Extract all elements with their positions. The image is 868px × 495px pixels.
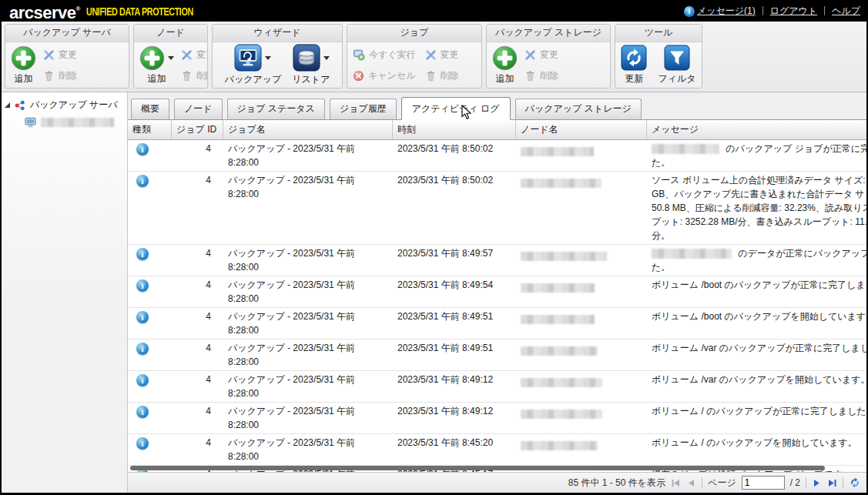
app-window: arcserve® UNIFIED DATA PROTECTION iメッセージ… — [0, 0, 868, 495]
page-total: / 2 — [790, 477, 800, 488]
table-row[interactable]: i4バックアップ - 2023/5/31 午前 8:28:002023/5/31… — [128, 434, 866, 466]
column-header-time[interactable]: 時刻 — [393, 120, 516, 139]
run-now-icon — [353, 48, 365, 61]
prev-page-button — [686, 478, 696, 488]
group-tools: ツール 更新 — [615, 24, 702, 89]
logout-link[interactable]: ログアウト — [770, 5, 817, 18]
separator — [806, 477, 806, 488]
type-cell: i — [128, 276, 172, 307]
product-name: UNIFIED DATA PROTECTION — [86, 5, 193, 18]
type-cell: i — [128, 403, 172, 433]
type-cell: i — [128, 245, 172, 276]
info-icon: i — [136, 406, 149, 418]
filter-button[interactable]: フィルタ — [658, 45, 695, 85]
job-id-cell: 4 — [172, 308, 223, 339]
arcserve-logo: arcserve® — [9, 0, 80, 23]
message-text: ボリューム /boot のバックアップを開始しています。 — [652, 311, 866, 322]
job-name-cell: バックアップ - 2023/5/31 午前 8:28:00 — [223, 403, 393, 433]
tab-backup-storage[interactable]: バックアップ ストレージ — [515, 99, 642, 119]
next-page-button[interactable] — [812, 478, 822, 488]
tab-job-history[interactable]: ジョブ履歴 — [330, 99, 397, 119]
dropdown-caret-icon — [168, 56, 174, 60]
registered-mark: ® — [76, 5, 80, 12]
help-link[interactable]: ヘルプ — [832, 5, 860, 18]
job-id-cell: 4 — [172, 403, 223, 433]
tab-overview[interactable]: 概要 — [131, 99, 169, 119]
node-name-cell — [516, 172, 647, 244]
trash-icon — [425, 70, 437, 82]
redacted-server-name — [41, 118, 114, 127]
redacted-node-name — [521, 179, 602, 188]
table-row[interactable]: i4バックアップ - 2023/5/31 午前 8:28:002023/5/31… — [128, 276, 866, 308]
delete-node-button: 削除 — [181, 69, 208, 82]
message-text: ボリューム /var のバックアップが正常に完了しまし — [652, 343, 866, 353]
column-header-type[interactable]: 種類 — [128, 120, 172, 139]
column-header-job-id[interactable]: ジョブ ID — [172, 120, 223, 139]
horizontal-scrollbar[interactable] — [130, 466, 825, 470]
redacted-node-name — [521, 147, 594, 156]
time-cell: 2023/5/31 午前 8:49:12 — [393, 371, 516, 402]
node-name-cell — [516, 245, 647, 276]
job-name-cell: バックアップ - 2023/5/31 午前 8:28:00 — [223, 308, 393, 339]
separator — [762, 6, 763, 15]
group-backup-server: バックアップ サーバ 追加 変更 — [5, 24, 129, 89]
modify-icon — [524, 49, 536, 61]
messages-link[interactable]: iメッセージ(1) — [684, 5, 756, 18]
delete-job-button: 削除 — [425, 69, 459, 82]
dropdown-caret-icon — [265, 56, 271, 60]
refresh-table-button[interactable] — [849, 477, 861, 489]
redacted-text — [652, 249, 732, 259]
column-header-job-name[interactable]: ジョブ名 — [223, 120, 393, 139]
modify-icon — [425, 49, 437, 61]
message-text: ボリューム / のバックアップを開始しています。 — [652, 437, 857, 448]
table-row[interactable]: i4バックアップ - 2023/5/31 午前 8:28:002023/5/31… — [128, 308, 866, 339]
group-title: バックアップ サーバ — [5, 25, 129, 42]
column-header-node-name[interactable]: ノード名 — [516, 120, 647, 139]
job-id-cell: 4 — [172, 140, 223, 171]
table-row[interactable]: i4バックアップ - 2023/5/31 午前 8:28:002023/5/31… — [128, 245, 866, 276]
filter-icon — [664, 45, 690, 71]
tab-job-status[interactable]: ジョブ ステータス — [227, 99, 325, 119]
tab-nodes[interactable]: ノード — [174, 99, 223, 119]
trash-icon — [524, 70, 536, 82]
restore-wizard-button[interactable]: リストア — [292, 44, 330, 86]
table-row[interactable]: i4バックアップ - 2023/5/31 午前 8:28:002023/5/31… — [128, 140, 866, 172]
refresh-button[interactable]: 更新 — [621, 45, 647, 85]
tree-node-backup-server[interactable]: バックアップ サーバ — [2, 99, 127, 112]
console-icon — [14, 99, 26, 112]
last-page-button[interactable] — [827, 478, 837, 488]
backup-wizard-button[interactable]: バックアップ — [225, 44, 282, 86]
table-row[interactable]: i4バックアップ - 2023/5/31 午前 8:28:002023/5/31… — [128, 403, 866, 434]
message-cell: のデータが正常にバックアップされまし た。 — [647, 245, 866, 276]
modify-backup-storage-button: 変更 — [524, 48, 558, 62]
type-cell: i — [128, 172, 172, 244]
message-cell: ボリューム /boot のバックアップが正常に完了しまし — [647, 276, 866, 307]
restore-wizard-icon — [293, 44, 320, 72]
modify-backup-server-button: 変更 — [43, 48, 77, 62]
trash-icon — [43, 70, 55, 82]
table-row[interactable]: i4バックアップ - 2023/5/31 午前 8:28:002023/5/31… — [128, 172, 866, 245]
separator — [824, 6, 825, 15]
add-node-button[interactable]: 追加 — [139, 45, 174, 85]
info-icon: i — [136, 311, 149, 323]
redacted-node-name — [521, 410, 602, 419]
tree-node-server[interactable] — [2, 116, 127, 129]
tab-bar: 概要 ノード ジョブ ステータス ジョブ履歴 アクティビティ ログ バックアップ… — [128, 92, 866, 120]
column-header-message[interactable]: メッセージ — [647, 120, 866, 139]
sidebar-tree: バックアップ サーバ — [2, 92, 128, 493]
job-name-cell: バックアップ - 2023/5/31 午前 8:28:00 — [223, 276, 393, 307]
add-backup-storage-button[interactable]: 追加 — [492, 45, 518, 85]
tree-expander-icon[interactable] — [5, 102, 10, 108]
add-plus-icon — [11, 45, 36, 71]
node-name-cell — [516, 371, 647, 402]
group-backup-storage: バックアップ ストレージ 追加 変更 — [486, 24, 611, 89]
page-input[interactable] — [742, 476, 785, 490]
group-title: バックアップ ストレージ — [487, 25, 610, 42]
table-row[interactable]: i4バックアップ - 2023/5/31 午前 8:28:002023/5/31… — [128, 371, 866, 403]
add-backup-server-button[interactable]: 追加 — [11, 45, 36, 85]
tab-activity-log[interactable]: アクティビティ ログ — [401, 97, 511, 120]
redacted-node-name — [521, 441, 598, 450]
separator — [843, 477, 843, 488]
cancel-icon — [353, 70, 364, 82]
table-row[interactable]: i4バックアップ - 2023/5/31 午前 8:28:002023/5/31… — [128, 339, 866, 371]
